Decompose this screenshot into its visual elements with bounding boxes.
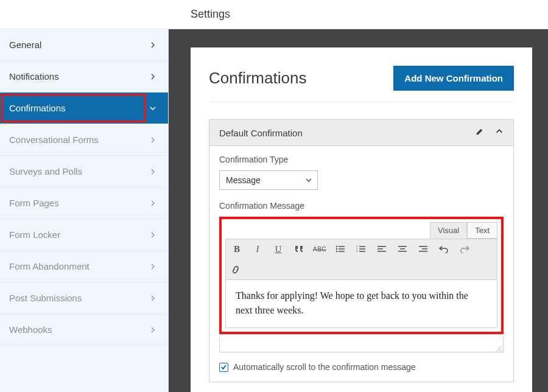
strikethrough-icon[interactable]: ABC <box>314 243 326 255</box>
svg-point-4 <box>336 251 338 253</box>
italic-icon[interactable]: I <box>251 243 264 255</box>
message-label: Confirmation Message <box>219 201 504 211</box>
sidebar-item-form-abandonment[interactable]: Form Abandonment <box>0 251 168 282</box>
svg-text:3: 3 <box>356 250 358 253</box>
undo-icon[interactable] <box>438 243 450 255</box>
sidebar-item-label: General <box>9 40 41 50</box>
link-icon[interactable] <box>231 264 492 276</box>
chevron-right-icon <box>150 200 156 206</box>
card-header: Confirmations Add New Confirmation <box>209 66 514 102</box>
svg-point-2 <box>336 248 338 250</box>
sidebar-item-label: Post Submissions <box>9 293 82 303</box>
numbered-list-icon[interactable]: 123 <box>355 243 367 255</box>
chevron-right-icon <box>150 327 156 333</box>
editor-toolbar: B I U ABC 123 <box>225 239 497 280</box>
svg-rect-16 <box>400 248 405 250</box>
edit-icon[interactable] <box>476 127 484 138</box>
sidebar-item-label: Form Locker <box>9 229 60 240</box>
svg-rect-13 <box>378 248 383 250</box>
chevron-right-icon <box>150 169 156 175</box>
align-right-icon[interactable] <box>417 243 429 255</box>
topbar: Settings <box>0 0 548 29</box>
sidebar-item-label: Confirmations <box>9 103 66 113</box>
svg-point-0 <box>336 246 338 248</box>
sidebar-item-surveys-polls[interactable]: Surveys and Polls <box>0 156 168 187</box>
checkbox-label: Automatically scroll to the confirmation… <box>233 362 416 372</box>
chevron-right-icon <box>150 137 156 143</box>
sidebar-item-label: Conversational Forms <box>9 135 99 145</box>
svg-rect-20 <box>419 251 427 252</box>
panel-actions <box>476 127 504 138</box>
svg-rect-18 <box>419 246 427 247</box>
checkbox-checked-icon[interactable] <box>219 363 228 372</box>
tab-visual[interactable]: Visual <box>430 222 467 239</box>
type-label: Confirmation Type <box>219 155 504 164</box>
chevron-up-icon[interactable] <box>495 127 504 138</box>
editor-content[interactable]: Thanks for applying! We hope to get back… <box>225 280 497 328</box>
align-left-icon[interactable] <box>376 243 388 255</box>
panel-title: Default Confirmation <box>219 128 303 138</box>
confirmations-card: Confirmations Add New Confirmation Defau… <box>191 47 532 392</box>
sidebar-item-webhooks[interactable]: Webhooks <box>0 314 168 346</box>
add-new-confirmation-button[interactable]: Add New Confirmation <box>393 66 514 91</box>
sidebar-item-form-locker[interactable]: Form Locker <box>0 219 168 251</box>
confirmation-type-select[interactable]: Message <box>219 170 318 190</box>
sidebar-item-confirmations[interactable]: Confirmations <box>0 93 168 124</box>
sidebar-item-label: Form Pages <box>9 198 59 208</box>
page-title: Settings <box>191 8 230 21</box>
panel-body: Confirmation Type Message Confirmation M… <box>209 146 513 382</box>
sidebar-item-conversational-forms[interactable]: Conversational Forms <box>0 124 168 156</box>
svg-rect-17 <box>398 251 407 252</box>
bold-icon[interactable]: B <box>231 243 243 255</box>
card-title: Confirmations <box>209 69 306 88</box>
underline-icon[interactable]: U <box>272 243 284 255</box>
sidebar: General Notifications Confirmations Conv… <box>0 29 169 392</box>
sidebar-item-form-pages[interactable]: Form Pages <box>0 187 168 219</box>
main-area: Confirmations Add New Confirmation Defau… <box>169 29 548 392</box>
redo-icon[interactable] <box>458 243 471 255</box>
sidebar-item-label: Surveys and Polls <box>9 166 82 177</box>
svg-rect-1 <box>339 246 345 247</box>
sidebar-item-post-submissions[interactable]: Post Submissions <box>0 282 168 314</box>
svg-rect-3 <box>339 248 345 250</box>
confirmation-type-select-wrap: Message <box>219 170 318 190</box>
sidebar-item-label: Form Abandonment <box>9 261 90 271</box>
chevron-right-icon <box>150 42 156 48</box>
layout: General Notifications Confirmations Conv… <box>0 29 548 392</box>
svg-rect-14 <box>378 251 386 252</box>
sidebar-item-notifications[interactable]: Notifications <box>0 61 168 93</box>
svg-rect-11 <box>359 251 365 252</box>
panel-header: Default Confirmation <box>209 120 513 146</box>
svg-rect-12 <box>378 246 386 247</box>
blockquote-icon[interactable] <box>293 243 305 255</box>
sidebar-item-general[interactable]: General <box>0 29 168 61</box>
tab-text[interactable]: Text <box>467 222 497 239</box>
sidebar-item-label: Webhooks <box>9 324 52 335</box>
svg-rect-19 <box>422 248 427 250</box>
resize-handle-icon[interactable] <box>494 343 502 351</box>
confirmation-panel: Default Confirmation Confirmation Type M… <box>209 119 514 382</box>
chevron-right-icon <box>150 264 156 270</box>
chevron-right-icon <box>150 74 156 80</box>
svg-rect-5 <box>339 251 345 252</box>
chevron-down-icon <box>150 105 156 111</box>
sidebar-item-label: Notifications <box>9 71 59 82</box>
auto-scroll-checkbox-row[interactable]: Automatically scroll to the confirmation… <box>219 362 504 372</box>
align-center-icon[interactable] <box>396 243 409 255</box>
svg-rect-7 <box>359 246 365 247</box>
bullet-list-icon[interactable] <box>334 243 346 255</box>
svg-rect-9 <box>359 248 365 250</box>
editor-highlight: Visual Text B I U ABC 123 <box>219 217 504 334</box>
editor-tabs: Visual Text <box>225 222 497 239</box>
svg-rect-15 <box>398 246 407 247</box>
chevron-right-icon <box>150 232 156 238</box>
editor-resize-area <box>219 337 504 352</box>
chevron-right-icon <box>150 295 156 301</box>
